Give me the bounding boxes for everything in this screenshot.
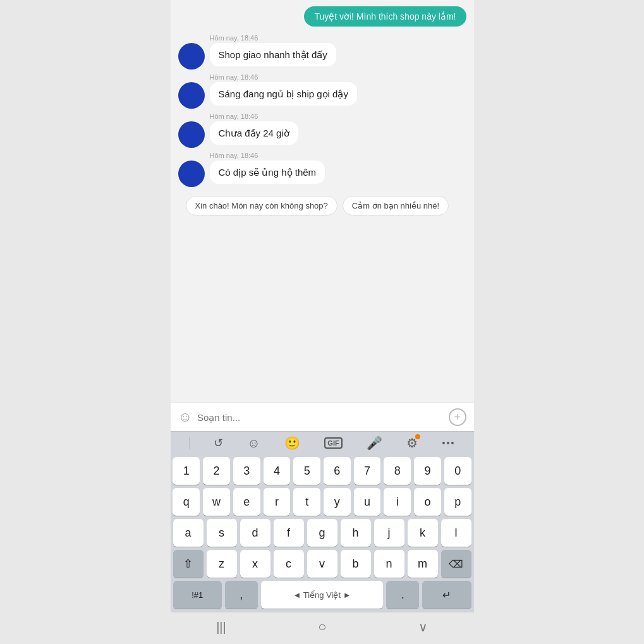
- message-bubble: Shop giao nhanh thật đấy: [210, 43, 336, 66]
- keyboard-toolbar: ↺ ☺ 🙂 GIF 🎤 ⚙ •••: [171, 431, 474, 454]
- key-v[interactable]: v: [307, 550, 337, 578]
- toolbar-divider: [189, 437, 190, 449]
- key-3[interactable]: 3: [233, 457, 260, 485]
- key-m[interactable]: m: [408, 550, 438, 578]
- key-4[interactable]: 4: [264, 457, 291, 485]
- key-t[interactable]: t: [293, 488, 320, 516]
- message-row: Hôm nay, 18:46 Shop giao nhanh thật đấy: [178, 34, 466, 70]
- home-nav-icon[interactable]: ○: [318, 619, 326, 635]
- message-content: Hôm nay, 18:46 Chưa đầy 24 giờ: [210, 112, 298, 145]
- key-9[interactable]: 9: [414, 457, 441, 485]
- key-2[interactable]: 2: [203, 457, 230, 485]
- key-p[interactable]: p: [444, 488, 471, 516]
- number-row: 1 2 3 4 5 6 7 8 9 0: [173, 457, 471, 485]
- message-time: Hôm nay, 18:46: [210, 152, 325, 159]
- avatar: [178, 43, 205, 70]
- space-key[interactable]: ◄ Tiếng Việt ►: [261, 581, 384, 609]
- key-f[interactable]: f: [274, 519, 304, 547]
- bottom-row: !#1 , ◄ Tiếng Việt ► . ↵: [173, 581, 471, 609]
- message-time: Hôm nay, 18:46: [210, 73, 357, 81]
- notification-dot: [415, 434, 420, 439]
- emoji-toolbar-icon[interactable]: ☺: [247, 436, 260, 451]
- key-1[interactable]: 1: [173, 457, 200, 485]
- avatar: [178, 121, 205, 148]
- key-6[interactable]: 6: [324, 457, 351, 485]
- key-n[interactable]: n: [374, 550, 404, 578]
- teal-message-bubble: Tuyệt vời! Mình thích shop này lắm!: [304, 6, 466, 27]
- key-a[interactable]: a: [173, 519, 204, 547]
- key-g[interactable]: g: [307, 519, 337, 547]
- quick-reply-chip-1[interactable]: Xin chào! Món này còn không shop?: [186, 196, 337, 216]
- key-x[interactable]: x: [240, 550, 270, 578]
- add-button[interactable]: +: [449, 408, 466, 426]
- enter-key[interactable]: ↵: [422, 581, 471, 609]
- backspace-key[interactable]: ⌫: [441, 550, 471, 578]
- key-j[interactable]: j: [374, 519, 404, 547]
- key-i[interactable]: i: [384, 488, 411, 516]
- key-r[interactable]: r: [264, 488, 291, 516]
- key-s[interactable]: s: [207, 519, 237, 547]
- key-5[interactable]: 5: [293, 457, 320, 485]
- bottom-nav: ||| ○ ∨: [171, 612, 474, 644]
- message-bubble: Chưa đầy 24 giờ: [210, 121, 298, 145]
- message-content: Hôm nay, 18:46 Shop giao nhanh thật đấy: [210, 34, 336, 66]
- message-input[interactable]: [197, 412, 444, 423]
- comma-key[interactable]: ,: [225, 581, 258, 609]
- key-b[interactable]: b: [341, 550, 371, 578]
- settings-icon[interactable]: ⚙: [406, 435, 418, 451]
- key-e[interactable]: e: [233, 488, 260, 516]
- emoji-icon[interactable]: ☺: [178, 409, 192, 425]
- sticker-icon[interactable]: 🙂: [284, 435, 300, 451]
- back-nav-icon[interactable]: |||: [216, 620, 226, 635]
- asdf-row: a s d f g h j k l: [173, 519, 471, 547]
- symbol-key[interactable]: !#1: [173, 581, 222, 609]
- message-time: Hôm nay, 18:46: [210, 34, 336, 42]
- avatar: [178, 82, 205, 109]
- avatar: [178, 161, 205, 187]
- qwerty-row: q w e r t y u i o p: [173, 488, 471, 516]
- quick-replies: Xin chào! Món này còn không shop? Cảm ơn…: [178, 191, 466, 221]
- key-z[interactable]: z: [207, 550, 237, 578]
- message-content: Hôm nay, 18:46 Sáng đang ngủ bị ship gọi…: [210, 73, 357, 106]
- key-c[interactable]: c: [274, 550, 304, 578]
- key-u[interactable]: u: [354, 488, 381, 516]
- quick-reply-chip-2[interactable]: Cảm ơn bạn nhiều nhé!: [343, 196, 449, 216]
- phone-frame: Tuyệt vời! Mình thích shop này lắm! Hôm …: [171, 0, 474, 644]
- keyboard: 1 2 3 4 5 6 7 8 9 0 q w e r t y u i o p …: [171, 454, 474, 612]
- gif-icon[interactable]: GIF: [324, 437, 342, 449]
- mic-icon[interactable]: 🎤: [367, 435, 382, 451]
- key-0[interactable]: 0: [444, 457, 471, 485]
- key-l[interactable]: l: [441, 519, 471, 547]
- message-bubble: Sáng đang ngủ bị ship gọi dậy: [210, 82, 357, 106]
- key-w[interactable]: w: [203, 488, 230, 516]
- message-row: Hôm nay, 18:46 Chưa đầy 24 giờ: [178, 112, 466, 148]
- zxcv-row: ⇧ z x c v b n m ⌫: [173, 550, 471, 578]
- key-y[interactable]: y: [324, 488, 351, 516]
- message-bubble: Có dịp sẽ ủng hộ thêm: [210, 161, 325, 184]
- key-d[interactable]: d: [240, 519, 270, 547]
- refresh-icon[interactable]: ↺: [214, 436, 223, 450]
- key-k[interactable]: k: [408, 519, 438, 547]
- input-bar: ☺ +: [171, 403, 474, 431]
- message-row: Hôm nay, 18:46 Sáng đang ngủ bị ship gọi…: [178, 73, 466, 109]
- message-time: Hôm nay, 18:46: [210, 112, 298, 120]
- message-content: Hôm nay, 18:46 Có dịp sẽ ủng hộ thêm: [210, 152, 325, 184]
- recents-nav-icon[interactable]: ∨: [418, 619, 428, 635]
- chat-area: Tuyệt vời! Mình thích shop này lắm! Hôm …: [171, 0, 474, 403]
- shift-key[interactable]: ⇧: [173, 550, 204, 578]
- key-o[interactable]: o: [414, 488, 441, 516]
- more-icon[interactable]: •••: [442, 438, 456, 448]
- key-8[interactable]: 8: [384, 457, 411, 485]
- key-h[interactable]: h: [341, 519, 371, 547]
- key-7[interactable]: 7: [354, 457, 381, 485]
- period-key[interactable]: .: [386, 581, 419, 609]
- message-row: Hôm nay, 18:46 Có dịp sẽ ủng hộ thêm: [178, 152, 466, 187]
- key-q[interactable]: q: [173, 488, 200, 516]
